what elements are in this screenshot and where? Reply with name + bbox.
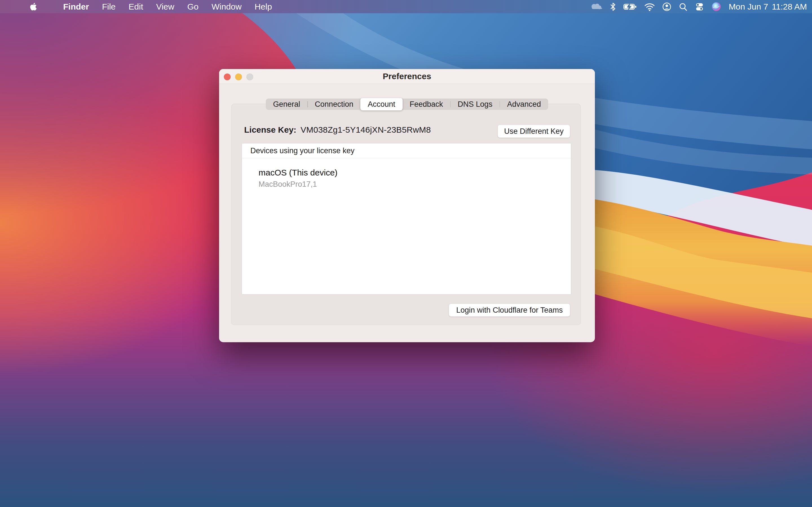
menu-bar-clock[interactable]: Mon Jun 7 11:28 AM [728, 2, 807, 11]
tab-advanced-label: Advanced [507, 100, 541, 109]
device-name: macOS (This device) [259, 168, 571, 177]
menu-item-file[interactable]: File [96, 0, 122, 13]
menu-bar: Finder File Edit View Go Window Help [0, 0, 812, 13]
window-titlebar[interactable]: Preferences [219, 69, 595, 84]
zoom-button-disabled [246, 73, 253, 80]
minimize-button[interactable] [235, 73, 242, 80]
control-center-icon[interactable] [695, 0, 704, 13]
menu-bar-left: Finder File Edit View Go Window Help [0, 0, 278, 13]
menu-bar-status: Mon Jun 7 11:28 AM [590, 0, 812, 13]
menu-item-help[interactable]: Help [248, 0, 278, 13]
apple-menu[interactable] [27, 0, 40, 13]
desktop: Finder File Edit View Go Window Help [0, 0, 812, 507]
menu-item-finder[interactable]: Finder [57, 0, 96, 13]
tab-dns-logs[interactable]: DNS Logs [450, 99, 500, 110]
license-key-value: VM038Zg1-5Y146jXN-23B5RwM8 [301, 125, 431, 135]
tab-feedback[interactable]: Feedback [402, 99, 451, 110]
preferences-window: Preferences General Connection Account F… [219, 69, 595, 342]
device-list-item: macOS (This device) MacBookPro17,1 [242, 158, 571, 189]
preferences-tab-bar: General Connection Account Feedback DNS … [266, 99, 548, 110]
close-button[interactable] [224, 73, 231, 80]
device-model: MacBookPro17,1 [259, 180, 571, 189]
menu-item-edit[interactable]: Edit [122, 0, 150, 13]
battery-icon[interactable] [623, 0, 637, 13]
window-title: Preferences [383, 71, 432, 81]
login-cloudflare-teams-button[interactable]: Login with Cloudflare for Teams [449, 304, 570, 317]
tab-advanced[interactable]: Advanced [500, 99, 548, 110]
clock-time: 11:28 AM [772, 2, 807, 11]
tab-general[interactable]: General [266, 99, 308, 110]
tab-dns-logs-label: DNS Logs [458, 100, 492, 109]
wifi-icon[interactable] [645, 0, 655, 13]
cloudflare-cloud-icon[interactable] [590, 0, 603, 13]
license-key-label: License Key: [244, 125, 296, 135]
apple-logo-icon [30, 2, 37, 11]
menu-item-window[interactable]: Window [205, 0, 248, 13]
spotlight-search-icon[interactable] [679, 0, 688, 13]
user-account-icon[interactable] [662, 0, 671, 13]
menu-item-view[interactable]: View [150, 0, 181, 13]
traffic-lights [224, 73, 253, 80]
tab-account[interactable]: Account [360, 98, 403, 110]
bluetooth-icon[interactable] [610, 0, 616, 13]
license-key-row: License Key: VM038Zg1-5Y146jXN-23B5RwM8 [244, 124, 431, 136]
devices-list-box: Devices using your license key macOS (Th… [242, 143, 571, 295]
devices-list-header: Devices using your license key [242, 144, 571, 158]
tab-account-label: Account [368, 100, 395, 109]
account-tab-panel: License Key: VM038Zg1-5Y146jXN-23B5RwM8 … [231, 104, 581, 325]
menu-item-go[interactable]: Go [181, 0, 205, 13]
tab-connection-label: Connection [315, 100, 354, 109]
use-different-key-button[interactable]: Use Different Key [498, 125, 570, 138]
siri-icon[interactable] [712, 0, 721, 13]
tab-connection[interactable]: Connection [308, 99, 361, 110]
tab-general-label: General [273, 100, 300, 109]
tab-feedback-label: Feedback [410, 100, 443, 109]
clock-date: Mon Jun 7 [728, 2, 768, 11]
